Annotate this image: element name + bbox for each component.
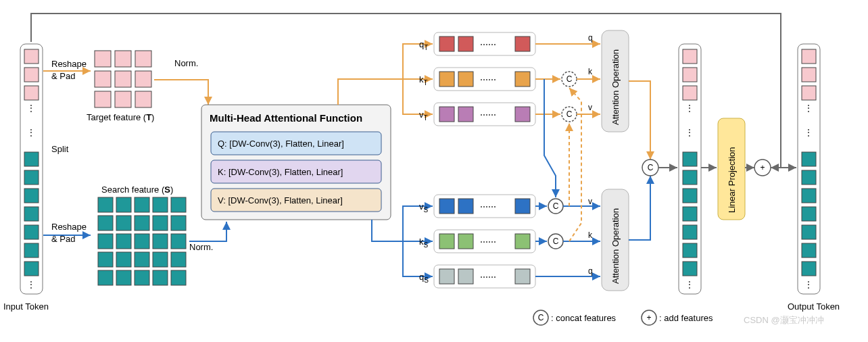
svg-rect-23 xyxy=(98,197,113,212)
svg-rect-25 xyxy=(135,197,149,212)
svg-text:⋮: ⋮ xyxy=(685,103,694,113)
svg-rect-37 xyxy=(171,234,186,249)
svg-rect-58 xyxy=(439,72,454,87)
maf-title: Multi-Head Attentional Function xyxy=(210,112,362,124)
vS-label: vS xyxy=(419,201,429,214)
svg-rect-18 xyxy=(115,71,131,87)
qS-label: qS xyxy=(419,272,429,284)
svg-rect-29 xyxy=(116,216,131,230)
svg-rect-9 xyxy=(24,207,39,221)
vS-row: ⋯⋯ xyxy=(434,195,535,218)
maf-q: Q: [DW-Conv(3), Flatten, Linear] xyxy=(218,139,344,149)
svg-rect-44 xyxy=(116,270,131,285)
svg-rect-17 xyxy=(95,71,111,87)
svg-rect-59 xyxy=(458,72,473,87)
svg-rect-7 xyxy=(24,170,39,185)
attention-operation-bottom: Attention Operation xyxy=(602,189,629,291)
split-label: Split xyxy=(51,144,69,154)
svg-rect-35 xyxy=(135,234,149,249)
svg-rect-30 xyxy=(135,216,149,230)
output-token-label: Output Token xyxy=(788,301,840,312)
input-token-column: ⋮ ⋮ ⋮ xyxy=(20,44,43,294)
svg-text:⋮: ⋮ xyxy=(27,103,35,113)
svg-rect-31 xyxy=(153,216,168,230)
svg-rect-14 xyxy=(95,51,111,67)
svg-rect-53 xyxy=(439,36,454,51)
add-symbol: + xyxy=(760,163,765,172)
svg-rect-74 xyxy=(458,234,473,249)
svg-rect-42 xyxy=(171,252,186,267)
svg-rect-28 xyxy=(98,216,113,230)
svg-rect-120 xyxy=(802,262,816,276)
svg-rect-63 xyxy=(439,107,454,122)
concat-kS: C xyxy=(553,237,559,246)
svg-text:Linear Projection: Linear Projection xyxy=(727,147,737,213)
label-k-bottom: k xyxy=(588,230,593,240)
svg-rect-19 xyxy=(135,71,151,87)
label-v-top: v xyxy=(588,103,592,112)
svg-rect-16 xyxy=(135,51,151,67)
svg-rect-93 xyxy=(683,68,697,82)
svg-rect-98 xyxy=(683,170,697,185)
svg-rect-118 xyxy=(802,225,816,239)
kT-label: kT xyxy=(419,74,428,87)
search-feature-label: Search feature (S) xyxy=(101,185,173,195)
svg-rect-3 xyxy=(24,86,39,100)
svg-rect-100 xyxy=(683,207,697,221)
arrow-maf-to-T-branch xyxy=(338,79,423,105)
legend: C : concat features + : add features xyxy=(533,310,713,325)
kS-row: ⋯⋯ xyxy=(434,230,535,253)
svg-rect-73 xyxy=(439,234,454,249)
svg-rect-71 xyxy=(515,199,530,214)
label-v-bottom: v xyxy=(588,197,592,206)
svg-rect-54 xyxy=(458,36,473,51)
search-feature-grid xyxy=(98,197,186,285)
svg-rect-79 xyxy=(458,269,473,284)
svg-rect-61 xyxy=(515,72,530,87)
vT-label: vT xyxy=(419,109,428,122)
svg-text:⋮: ⋮ xyxy=(804,280,813,289)
svg-text:Attention Operation: Attention Operation xyxy=(610,208,621,284)
svg-rect-99 xyxy=(683,189,697,203)
vT-row: ⋯⋯ xyxy=(434,103,535,126)
svg-text:C: C xyxy=(538,313,544,322)
svg-rect-69 xyxy=(458,199,473,214)
svg-rect-36 xyxy=(153,234,168,249)
svg-rect-110 xyxy=(802,68,816,82)
mid-token-column: ⋮ ⋮ ⋮ xyxy=(679,44,701,294)
svg-rect-103 xyxy=(683,262,697,276)
svg-rect-6 xyxy=(24,152,39,166)
svg-rect-102 xyxy=(683,243,697,258)
svg-rect-21 xyxy=(115,91,131,107)
qT-row: ⋯⋯ xyxy=(434,32,535,55)
svg-rect-10 xyxy=(24,225,39,239)
label-q-bottom: q xyxy=(588,266,593,276)
concat-after-attention: C xyxy=(648,163,654,172)
svg-text:⋮: ⋮ xyxy=(27,280,35,289)
svg-text:⋯⋯: ⋯⋯ xyxy=(480,237,496,247)
svg-rect-66 xyxy=(515,107,530,122)
svg-text:: concat features: : concat features xyxy=(551,313,617,323)
svg-rect-1 xyxy=(24,49,39,64)
svg-rect-119 xyxy=(802,243,816,258)
reshape-pad-bottom-1: Reshape xyxy=(51,222,87,232)
kS-label: kS xyxy=(419,237,429,249)
skip-connection xyxy=(31,14,781,168)
svg-text:+: + xyxy=(646,313,651,322)
svg-rect-109 xyxy=(802,49,816,64)
attention-operation-top: Attention Operation xyxy=(602,30,629,132)
svg-rect-32 xyxy=(171,216,186,230)
svg-rect-115 xyxy=(802,170,816,185)
svg-text:⋯⋯: ⋯⋯ xyxy=(480,110,496,120)
watermark: CSDN @灏宝冲冲冲 xyxy=(744,315,824,325)
svg-text:⋮: ⋮ xyxy=(27,128,35,137)
svg-rect-97 xyxy=(683,152,697,166)
svg-rect-68 xyxy=(439,199,454,214)
svg-text:⋯⋯: ⋯⋯ xyxy=(480,272,496,282)
svg-rect-39 xyxy=(116,252,131,267)
arrow-T-to-maf xyxy=(154,80,208,105)
reshape-pad-top-2: & Pad xyxy=(51,71,75,81)
svg-rect-76 xyxy=(515,234,530,249)
label-q-top: q xyxy=(588,33,593,43)
svg-rect-33 xyxy=(98,234,113,249)
